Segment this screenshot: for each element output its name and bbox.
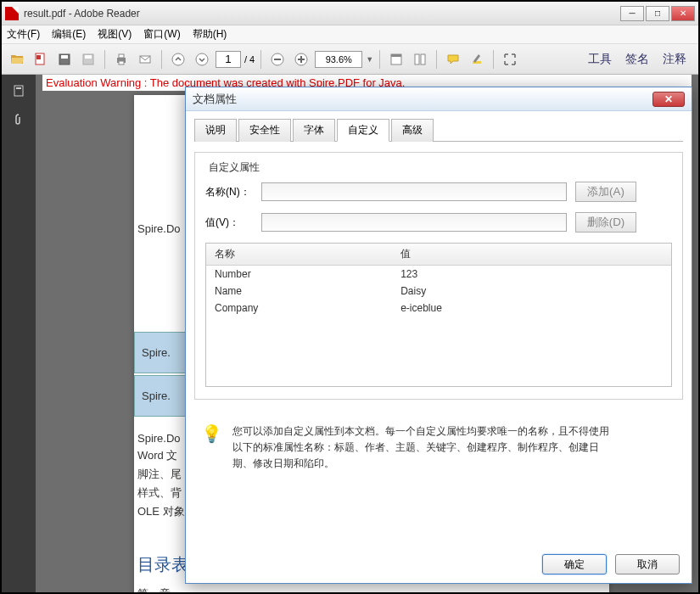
page-down-icon[interactable]: [192, 49, 212, 70]
menu-bar: 文件(F) 编辑(E) 视图(V) 窗口(W) 帮助(H): [2, 25, 698, 44]
zoom-input[interactable]: [315, 51, 362, 68]
close-button[interactable]: ✕: [671, 6, 695, 21]
comment-bubble-icon[interactable]: [443, 49, 463, 70]
hint-area: 💡 您可以添加自定义属性到本文档。每一个自定义属性均要求唯一的名称，且不得使用 …: [194, 423, 683, 473]
tab-fonts[interactable]: 字体: [293, 119, 335, 142]
zoom-dropdown-icon[interactable]: ▼: [366, 55, 373, 64]
window-title: result.pdf - Adobe Reader: [24, 8, 620, 20]
doc-text: 第一章.: [134, 586, 609, 592]
col-value-header[interactable]: 值: [392, 244, 671, 266]
cancel-button[interactable]: 取消: [615, 554, 680, 574]
zoom-out-icon[interactable]: [267, 49, 288, 70]
tab-security[interactable]: 安全性: [238, 119, 291, 142]
name-input[interactable]: [261, 182, 567, 201]
page-up-icon[interactable]: [168, 49, 188, 70]
app-icon: [5, 7, 19, 20]
tool2-icon[interactable]: [410, 49, 430, 70]
svg-rect-20: [421, 54, 425, 64]
window-titlebar: result.pdf - Adobe Reader ─ □ ✕: [2, 2, 698, 25]
svg-point-11: [196, 53, 208, 65]
tool1-icon[interactable]: [386, 49, 406, 70]
save-icon[interactable]: [54, 49, 75, 70]
window-controls: ─ □ ✕: [620, 6, 695, 21]
value-input[interactable]: [261, 213, 567, 232]
create-pdf-icon[interactable]: [31, 49, 51, 70]
value-label: 值(V)：: [205, 216, 253, 230]
dialog-close-button[interactable]: ✕: [652, 92, 685, 107]
svg-rect-16: [300, 56, 302, 63]
menu-file[interactable]: 文件(F): [7, 27, 40, 42]
svg-rect-13: [274, 59, 281, 60]
tab-description[interactable]: 说明: [194, 119, 237, 142]
menu-help[interactable]: 帮助(H): [193, 27, 227, 42]
email-icon[interactable]: [135, 49, 155, 70]
ok-button[interactable]: 确定: [542, 554, 607, 574]
table-row[interactable]: NameDaisy: [206, 283, 671, 300]
menu-window[interactable]: 窗口(W): [143, 27, 180, 42]
lightbulb-icon: 💡: [201, 423, 222, 473]
delete-button[interactable]: 删除(D): [575, 212, 636, 233]
fullscreen-icon[interactable]: [500, 49, 520, 70]
highlight-icon[interactable]: [467, 49, 487, 70]
tab-custom[interactable]: 自定义: [337, 119, 389, 142]
svg-rect-18: [391, 54, 401, 57]
custom-properties-group: 自定义属性 名称(N)： 添加(A) 值(V)： 删除(D) 名称 值: [194, 152, 683, 400]
properties-table[interactable]: 名称 值 Number123 NameDaisy Companye-iceblu…: [205, 243, 672, 387]
left-sidebar: [2, 75, 36, 592]
comment-link[interactable]: 注释: [663, 52, 686, 67]
hint-text: 您可以添加自定义属性到本文档。每一个自定义属性均要求唯一的名称，且不得使用 以下…: [232, 423, 609, 473]
page-total-label: / 4: [244, 54, 255, 64]
svg-rect-8: [119, 61, 124, 64]
table-row[interactable]: Number123: [206, 266, 671, 283]
svg-rect-5: [85, 55, 92, 59]
thumbnails-icon[interactable]: [9, 81, 28, 100]
svg-rect-3: [61, 55, 68, 59]
minimize-button[interactable]: ─: [620, 6, 644, 21]
document-properties-dialog: 文档属性 ✕ 说明 安全性 字体 自定义 高级 自定义属性 名称(N)： 添加(…: [185, 87, 692, 584]
open-icon[interactable]: [7, 49, 27, 70]
svg-rect-7: [119, 54, 124, 58]
menu-view[interactable]: 视图(V): [98, 27, 132, 42]
col-name-header[interactable]: 名称: [206, 244, 392, 266]
table-row[interactable]: Companye-iceblue: [206, 300, 671, 317]
print-icon[interactable]: [111, 49, 132, 70]
tools-link[interactable]: 工具: [588, 52, 612, 67]
group-legend: 自定义属性: [205, 160, 263, 175]
name-label: 名称(N)：: [205, 185, 253, 199]
sign-link[interactable]: 签名: [625, 52, 649, 67]
svg-rect-22: [14, 86, 23, 96]
tab-advanced[interactable]: 高级: [391, 119, 434, 142]
svg-rect-23: [16, 87, 21, 89]
page-number-input[interactable]: [216, 51, 241, 68]
svg-rect-19: [415, 54, 419, 64]
save-disabled-icon: [78, 49, 98, 70]
toolbar: / 4 ▼ 工具 签名 注释: [2, 44, 698, 75]
add-button[interactable]: 添加(A): [575, 182, 636, 202]
svg-rect-1: [36, 55, 41, 59]
maximize-button[interactable]: □: [646, 6, 669, 21]
svg-point-10: [172, 53, 184, 65]
dialog-titlebar[interactable]: 文档属性 ✕: [186, 87, 692, 111]
dialog-tabstrip: 说明 安全性 字体 自定义 高级: [194, 118, 683, 142]
zoom-in-icon[interactable]: [291, 49, 311, 70]
dialog-title: 文档属性: [193, 92, 652, 107]
menu-edit[interactable]: 编辑(E): [52, 27, 86, 42]
attachments-icon[interactable]: [9, 110, 28, 129]
